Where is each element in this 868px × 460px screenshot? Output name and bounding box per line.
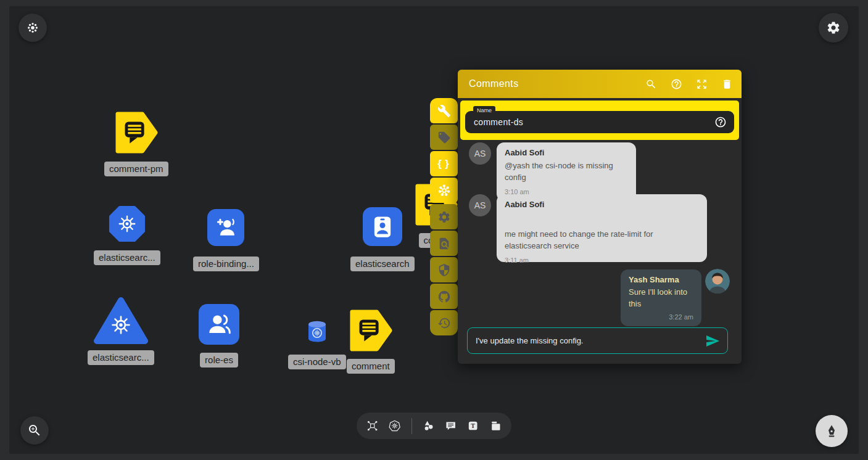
message-text: @yash the csi-node is missing config — [505, 160, 628, 184]
node-label: comment-pm — [104, 162, 168, 176]
message-text: me might need to change the rate-limit f… — [505, 229, 699, 252]
node-label: csi-node-vb — [288, 355, 346, 369]
node-action-toolbar: { } — [430, 98, 458, 335]
message-input[interactable] — [476, 336, 705, 345]
node-label: elasticsearch — [350, 257, 415, 271]
settings-tool-button[interactable] — [430, 204, 458, 229]
node-label: role-es — [200, 353, 238, 368]
settings-button[interactable] — [819, 13, 848, 43]
node-role-binding[interactable]: role-binding... — [193, 209, 259, 271]
shield-icon — [437, 263, 451, 277]
snowflake-icon — [437, 184, 451, 197]
history-tool-button[interactable] — [430, 310, 458, 335]
tag-icon — [437, 131, 451, 144]
design-canvas[interactable]: comment-pm elasticsearc... role-binding.… — [9, 6, 859, 454]
node-label: comment — [347, 359, 395, 374]
gear-icon — [826, 20, 841, 35]
csi-node-icon — [305, 319, 329, 344]
doc-search-icon — [437, 237, 451, 250]
message-bubble: Aabid Sofi @yash the csi-node is missing… — [497, 142, 636, 201]
trash-icon[interactable] — [721, 78, 733, 90]
shapes-icon[interactable] — [423, 419, 434, 433]
message-composer — [467, 327, 728, 354]
node-csi-node-vb[interactable]: csi-node-vb — [288, 319, 346, 369]
role-binding-icon — [207, 209, 244, 246]
message-text: Sure I'll look into this — [629, 287, 693, 310]
role-icon — [199, 304, 239, 345]
service-account-icon — [363, 207, 402, 246]
node-elasticsearch-serviceaccount[interactable]: elasticsearch — [350, 207, 415, 271]
github-tool-button[interactable] — [430, 284, 458, 309]
json-tool-button[interactable]: { } — [430, 151, 458, 176]
shape-palette-toolbar — [357, 413, 511, 439]
node-label: elasticsearc... — [88, 350, 154, 365]
avatar: AS — [469, 194, 491, 216]
kubernetes-icon[interactable] — [389, 419, 400, 433]
zoom-in-icon — [27, 423, 42, 438]
kubernetes-triangle-icon — [93, 296, 149, 347]
comment-node-icon — [115, 112, 158, 154]
app-frame: comment-pm elasticsearc... role-binding.… — [0, 0, 868, 460]
help-icon[interactable] — [671, 78, 682, 90]
panel-title: Comments — [469, 78, 519, 89]
avatar-photo — [705, 269, 730, 294]
message-time: 3:22 am — [629, 313, 693, 321]
node-comment-pm[interactable]: comment-pm — [104, 112, 168, 176]
message-time: 3:11 am — [505, 257, 699, 264]
zoom-button[interactable] — [20, 416, 49, 445]
name-field-label: Name — [473, 106, 495, 115]
message-author: Aabid Sofi — [505, 148, 628, 157]
node-label: role-binding... — [193, 257, 259, 271]
labels-tool-button[interactable] — [430, 125, 458, 150]
pen-tool-button[interactable] — [816, 415, 848, 447]
name-input-wrap: Name — [465, 111, 734, 133]
hub-menu-button[interactable] — [19, 14, 47, 42]
hub-icon — [27, 22, 39, 34]
node-label: elasticsearc... — [94, 250, 160, 265]
divider — [411, 418, 412, 434]
pen-nib-icon — [824, 424, 839, 438]
message-author: Yash Sharma — [629, 275, 693, 284]
node-role-es[interactable]: role-es — [199, 304, 239, 368]
gear-icon — [437, 210, 451, 224]
wrench-icon — [437, 104, 451, 118]
comments-panel-header[interactable]: Comments — [458, 70, 742, 98]
node-comment[interactable]: comment — [347, 309, 395, 374]
note-icon[interactable] — [490, 419, 502, 433]
circuit-icon[interactable] — [366, 419, 378, 433]
braces-icon: { } — [437, 158, 450, 170]
validate-tool-button[interactable] — [430, 231, 458, 256]
expand-icon[interactable] — [696, 78, 708, 90]
history-icon — [437, 316, 451, 330]
comment-node-icon — [349, 309, 392, 352]
node-elasticsearch-triangle[interactable]: elasticsearc... — [88, 296, 154, 365]
message-bubble: Yash Sharma Sure I'll look into this 3:2… — [621, 269, 701, 326]
question-icon[interactable] — [714, 116, 727, 128]
message-bubble: Aabid Sofi me might need to change the r… — [497, 194, 707, 262]
name-section: Name — [460, 101, 739, 140]
text-icon[interactable] — [467, 419, 479, 433]
kubernetes-octagon-icon — [108, 205, 146, 243]
github-icon — [437, 290, 451, 303]
security-tool-button[interactable] — [430, 257, 458, 282]
comments-panel: Comments Name AS Aabi — [458, 70, 742, 364]
avatar-initials: AS — [474, 149, 486, 158]
configure-tool-button[interactable] — [430, 98, 458, 123]
message-author: Aabid Sofi — [505, 200, 699, 209]
avatar-initials: AS — [474, 200, 486, 210]
kanvas-tool-button[interactable] — [430, 178, 458, 203]
search-icon[interactable] — [645, 78, 657, 90]
avatar: AS — [469, 142, 491, 165]
send-icon[interactable] — [705, 334, 720, 348]
name-input[interactable] — [474, 117, 714, 127]
comment-icon[interactable] — [445, 419, 457, 433]
person-photo-icon — [705, 269, 730, 294]
node-elasticsearch-octagon[interactable]: elasticsearc... — [94, 205, 160, 265]
